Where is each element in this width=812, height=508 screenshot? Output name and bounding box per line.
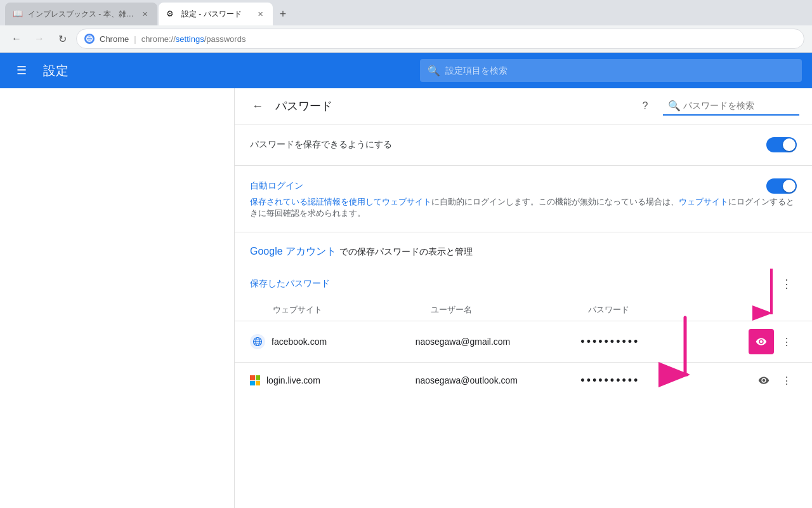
microsoft-icon (250, 375, 260, 385)
password-dots-live: •••••••••• (580, 374, 746, 387)
table-row: facebook.com naosegawa@gmail.com •••••••… (235, 321, 812, 362)
tab-close-2[interactable]: ✕ (255, 9, 265, 19)
google-account-link[interactable]: Google アカウント (250, 246, 339, 257)
site-cell-live: login.live.com (250, 375, 416, 385)
settings-search-icon: 🔍 (428, 65, 440, 77)
tab-favicon-1: 📖 (13, 9, 23, 19)
new-tab-button[interactable]: + (274, 5, 292, 23)
save-passwords-toggle[interactable] (766, 137, 797, 152)
help-button[interactable]: ? (635, 96, 655, 116)
col-actions (746, 304, 797, 316)
settings-search-bar[interactable]: 🔍 (420, 59, 802, 82)
menu-icon: ☰ (16, 64, 27, 77)
settings-title: 設定 (43, 62, 410, 79)
more-vert-icon-facebook: ⋮ (782, 336, 792, 348)
saved-passwords-title: 保存したパスワード (250, 278, 776, 290)
site-icon (84, 34, 95, 44)
col-website: ウェブサイト (273, 304, 431, 316)
page-header: ← パスワード ? 🔍 (235, 88, 812, 124)
more-options-button-facebook[interactable]: ⋮ (776, 331, 797, 352)
back-arrow-icon: ← (252, 100, 263, 113)
page-title: パスワード (275, 98, 627, 114)
tab-settings[interactable]: ⚙ 設定 - パスワード ✕ (159, 3, 273, 25)
reveal-password-button-facebook[interactable] (749, 329, 774, 354)
forward-button[interactable]: → (30, 30, 48, 48)
refresh-button[interactable]: ↻ (53, 30, 71, 48)
auto-login-description: 保存されている認証情報を使用してウェブサイトに自動的にログインします。この機能が… (250, 196, 797, 219)
more-vert-icon-live: ⋮ (782, 375, 792, 387)
settings-body: ← パスワード ? 🔍 パスワードを (0, 88, 812, 508)
url-separator: | (134, 34, 136, 44)
tab-favicon-2: ⚙ (166, 9, 176, 19)
site-cell-facebook: facebook.com (250, 334, 416, 349)
site-name-live: login.live.com (266, 375, 320, 385)
google-account-section: Google アカウント での保存パスワードの表示と管理 (235, 232, 812, 264)
help-icon: ? (643, 100, 648, 112)
table-row: login.live.com naosegawa@outlook.com •••… (235, 362, 812, 398)
address-bar: ← → ↻ Chrome | chrome://settings/passwor… (0, 25, 812, 53)
more-options-button-live[interactable]: ⋮ (776, 370, 797, 391)
auto-login-label: 自動ログイン (250, 180, 303, 192)
username-facebook: naosegawa@gmail.com (416, 337, 581, 347)
saved-passwords-more-button[interactable]: ⋮ (776, 274, 797, 294)
password-search-input[interactable] (683, 100, 794, 110)
url-text: chrome://settings/passwords (141, 34, 246, 44)
page-back-button[interactable]: ← (247, 96, 268, 116)
col-password: パスワード (588, 304, 746, 316)
auto-login-section: 自動ログイン 保存されている認証情報を使用してウェブサイトに自動的にログインしま… (235, 166, 812, 232)
menu-button[interactable]: ☰ (10, 59, 33, 82)
password-dots-facebook: •••••••••• (580, 335, 746, 349)
more-vert-icon: ⋮ (781, 277, 792, 291)
tab-impressbooks[interactable]: 📖 インプレスブックス - 本、雑誌と関連V… ✕ (5, 3, 157, 25)
tab-bar: 📖 インプレスブックス - 本、雑誌と関連V… ✕ ⚙ 設定 - パスワード ✕… (0, 0, 812, 25)
row-actions-live: ⋮ (746, 370, 797, 391)
google-account-text: での保存パスワードの表示と管理 (339, 246, 473, 257)
reveal-password-button-live[interactable] (754, 370, 774, 391)
username-live: naosegawa@outlook.com (416, 375, 581, 385)
tab-title-2: 設定 - パスワード (181, 9, 250, 20)
tab-close-1[interactable]: ✕ (140, 9, 150, 19)
url-chrome-label: Chrome (100, 34, 129, 44)
settings-layout-full: ☰ 設定 🔍 ← パスワード (0, 53, 812, 508)
save-passwords-section: パスワードを保存できるようにする (235, 124, 812, 166)
settings-sidebar (0, 88, 235, 508)
row-actions-facebook: ⋮ (746, 329, 797, 354)
back-button[interactable]: ← (8, 30, 25, 48)
saved-passwords-header: 保存したパスワード ⋮ (235, 264, 812, 299)
browser-frame: 📖 インプレスブックス - 本、雑誌と関連V… ✕ ⚙ 設定 - パスワード ✕… (0, 0, 812, 508)
auto-login-toggle[interactable] (766, 178, 797, 194)
password-search-bar[interactable]: 🔍 (663, 97, 799, 116)
settings-search-input[interactable] (445, 65, 794, 76)
password-search-icon: 🔍 (668, 100, 681, 112)
save-passwords-label: パスワードを保存できるようにする (250, 139, 392, 150)
col-username: ユーザー名 (431, 304, 589, 316)
tab-title-1: インプレスブックス - 本、雑誌と関連V… (28, 9, 134, 20)
passwords-table-header: ウェブサイト ユーザー名 パスワード (235, 299, 812, 321)
password-page-content: ← パスワード ? 🔍 パスワードを (235, 88, 812, 508)
url-bar[interactable]: Chrome | chrome://settings/passwords (76, 29, 804, 49)
settings-header: ☰ 設定 🔍 (0, 53, 812, 88)
globe-icon (250, 334, 265, 349)
site-name-facebook: facebook.com (272, 337, 327, 347)
